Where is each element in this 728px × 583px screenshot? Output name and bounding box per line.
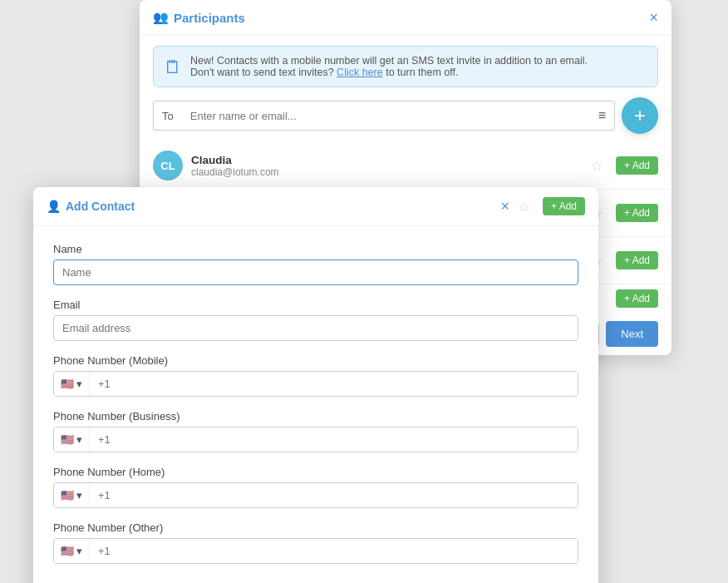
flag-emoji-mobile: 🇺🇸 [61, 378, 74, 390]
phone-mobile-label: Phone Number (Mobile) [53, 354, 578, 367]
phone-home-label: Phone Number (Home) [53, 466, 578, 478]
phone-other-label: Phone Number (Other) [53, 521, 578, 534]
search-input[interactable] [182, 101, 590, 131]
phone-other-input[interactable] [90, 539, 578, 563]
flag-emoji-home: 🇺🇸 [61, 489, 74, 501]
close-panel-button[interactable]: × [500, 198, 509, 215]
phone-business-input-group: 🇺🇸 ▾ [53, 427, 578, 452]
phone-other-group: Phone Number (Other) 🇺🇸 ▾ [53, 521, 578, 564]
name-group: Name [53, 243, 578, 285]
flag-emoji-other: 🇺🇸 [61, 545, 74, 557]
add-contact-button[interactable]: + Add [616, 204, 658, 222]
info-banner: 🗒 New! Contacts with a mobile number wil… [153, 46, 658, 87]
info-icon: 🗒 [164, 57, 182, 78]
modal-header: 👥 Participants × [140, 0, 671, 36]
add-contact-header: 👤 Add Contact × ☆ + Add [33, 187, 598, 226]
phone-business-group: Phone Number (Business) 🇺🇸 ▾ [53, 410, 578, 452]
menu-button[interactable]: ≡ [590, 101, 615, 131]
info-banner-text: New! Contacts with a mobile number will … [190, 55, 588, 78]
email-label: Email [53, 299, 578, 311]
phone-mobile-group: Phone Number (Mobile) 🇺🇸 ▾ [53, 354, 578, 397]
phone-business-input[interactable] [90, 427, 578, 452]
favorite-star-icon[interactable]: ☆ [591, 158, 603, 174]
phone-flag-mobile[interactable]: 🇺🇸 ▾ [54, 372, 90, 396]
modal-title-text: Participants [174, 11, 245, 25]
add-contact-button[interactable]: + Add [616, 156, 658, 175]
chevron-business-icon: ▾ [76, 433, 82, 446]
email-group: Email [53, 299, 578, 341]
phone-flag-other[interactable]: 🇺🇸 ▾ [54, 539, 90, 563]
modal-close-button[interactable]: × [649, 10, 658, 25]
phone-flag-business[interactable]: 🇺🇸 ▾ [54, 427, 90, 452]
flag-emoji-business: 🇺🇸 [61, 433, 74, 446]
person-icon: 👤 [47, 200, 61, 213]
panel-favorite-star-icon[interactable]: ☆ [518, 199, 529, 215]
name-label: Name [53, 243, 578, 255]
phone-home-input[interactable] [90, 483, 578, 507]
search-row: To ≡ + [153, 97, 658, 134]
phone-home-group: Phone Number (Home) 🇺🇸 ▾ [53, 466, 578, 508]
add-contact-button[interactable]: + Add [616, 251, 658, 269]
chevron-mobile-icon: ▾ [76, 378, 82, 390]
add-contact-form: Name Email Phone Number (Mobile) 🇺🇸 ▾ [33, 226, 598, 583]
contact-email: claudia@iotum.com [191, 166, 583, 178]
add-contact-title: 👤 Add Contact [47, 200, 135, 213]
click-here-link[interactable]: Click here [337, 67, 383, 78]
to-label: To [153, 101, 182, 131]
phone-business-label: Phone Number (Business) [53, 410, 578, 422]
avatar: CL [153, 151, 183, 180]
phone-mobile-input-group: 🇺🇸 ▾ [53, 371, 578, 397]
contact-name: Claudia [191, 154, 583, 166]
next-button[interactable]: Next [606, 321, 658, 347]
add-contact-panel: 👤 Add Contact × ☆ + Add Name Email [33, 187, 598, 583]
email-input[interactable] [53, 315, 578, 341]
modal-title: 👥 Participants [153, 10, 245, 25]
phone-flag-home[interactable]: 🇺🇸 ▾ [54, 483, 90, 507]
name-input[interactable] [53, 259, 578, 285]
participants-icon: 👥 [153, 10, 169, 25]
contact-info: Claudia claudia@iotum.com [191, 154, 583, 178]
chevron-home-icon: ▾ [76, 489, 82, 501]
add-btn-row[interactable]: + Add [616, 289, 658, 308]
add-participant-fab[interactable]: + [622, 97, 658, 134]
phone-home-input-group: 🇺🇸 ▾ [53, 482, 578, 508]
add-contact-header-actions: × ☆ + Add [500, 197, 585, 215]
phone-mobile-input[interactable] [90, 372, 578, 396]
chevron-other-icon: ▾ [76, 545, 82, 557]
panel-add-button[interactable]: + Add [543, 197, 585, 215]
phone-other-input-group: 🇺🇸 ▾ [53, 538, 578, 564]
contact-item: CL Claudia claudia@iotum.com ☆ + Add [140, 142, 671, 190]
add-contact-title-text: Add Contact [66, 200, 135, 213]
